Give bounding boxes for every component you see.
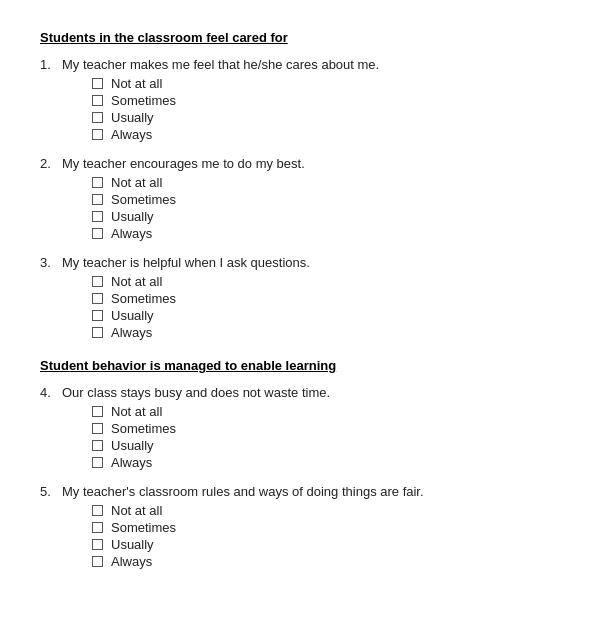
section-1: Students in the classroom feel cared for… (40, 30, 560, 340)
question-item: 5.My teacher's classroom rules and ways … (40, 484, 560, 569)
option-label: Usually (111, 438, 154, 453)
option-item: Sometimes (92, 520, 560, 535)
question-number: 5. (40, 484, 62, 499)
checkbox-icon[interactable] (92, 406, 103, 417)
checkbox-icon[interactable] (92, 228, 103, 239)
option-label: Usually (111, 537, 154, 552)
checkbox-icon[interactable] (92, 440, 103, 451)
option-label: Always (111, 226, 152, 241)
option-item: Usually (92, 438, 560, 453)
question-number: 3. (40, 255, 62, 270)
checkbox-icon[interactable] (92, 78, 103, 89)
question-text: My teacher encourages me to do my best. (62, 156, 305, 171)
option-label: Usually (111, 209, 154, 224)
checkbox-icon[interactable] (92, 457, 103, 468)
option-label: Always (111, 554, 152, 569)
checkbox-icon[interactable] (92, 327, 103, 338)
checkbox-icon[interactable] (92, 112, 103, 123)
option-item: Not at all (92, 404, 560, 419)
survey-container: Students in the classroom feel cared for… (40, 30, 560, 569)
option-item: Usually (92, 308, 560, 323)
checkbox-icon[interactable] (92, 129, 103, 140)
option-item: Sometimes (92, 192, 560, 207)
question-number: 4. (40, 385, 62, 400)
option-item: Always (92, 554, 560, 569)
option-item: Usually (92, 537, 560, 552)
option-item: Sometimes (92, 421, 560, 436)
option-item: Not at all (92, 503, 560, 518)
option-item: Always (92, 226, 560, 241)
option-item: Not at all (92, 175, 560, 190)
checkbox-icon[interactable] (92, 539, 103, 550)
questions-list-2: 4.Our class stays busy and does not wast… (40, 385, 560, 569)
question-text: My teacher is helpful when I ask questio… (62, 255, 310, 270)
option-item: Always (92, 455, 560, 470)
section-title-1: Students in the classroom feel cared for (40, 30, 560, 45)
checkbox-icon[interactable] (92, 293, 103, 304)
option-label: Sometimes (111, 291, 176, 306)
options-list: Not at allSometimesUsuallyAlways (92, 175, 560, 241)
question-text: My teacher makes me feel that he/she car… (62, 57, 379, 72)
question-text: Our class stays busy and does not waste … (62, 385, 330, 400)
option-item: Not at all (92, 76, 560, 91)
options-list: Not at allSometimesUsuallyAlways (92, 76, 560, 142)
option-item: Usually (92, 209, 560, 224)
option-label: Always (111, 325, 152, 340)
question-item: 1.My teacher makes me feel that he/she c… (40, 57, 560, 142)
option-label: Sometimes (111, 93, 176, 108)
questions-list-1: 1.My teacher makes me feel that he/she c… (40, 57, 560, 340)
section-2: Student behavior is managed to enable le… (40, 358, 560, 569)
option-item: Not at all (92, 274, 560, 289)
option-label: Not at all (111, 175, 162, 190)
option-item: Sometimes (92, 291, 560, 306)
options-list: Not at allSometimesUsuallyAlways (92, 503, 560, 569)
question-number: 2. (40, 156, 62, 171)
option-label: Not at all (111, 76, 162, 91)
checkbox-icon[interactable] (92, 95, 103, 106)
option-label: Not at all (111, 503, 162, 518)
question-text: My teacher's classroom rules and ways of… (62, 484, 424, 499)
option-label: Not at all (111, 404, 162, 419)
checkbox-icon[interactable] (92, 276, 103, 287)
option-label: Usually (111, 110, 154, 125)
option-item: Usually (92, 110, 560, 125)
question-item: 2.My teacher encourages me to do my best… (40, 156, 560, 241)
options-list: Not at allSometimesUsuallyAlways (92, 404, 560, 470)
option-label: Sometimes (111, 421, 176, 436)
option-label: Sometimes (111, 520, 176, 535)
checkbox-icon[interactable] (92, 194, 103, 205)
checkbox-icon[interactable] (92, 522, 103, 533)
checkbox-icon[interactable] (92, 211, 103, 222)
option-label: Usually (111, 308, 154, 323)
checkbox-icon[interactable] (92, 177, 103, 188)
option-label: Not at all (111, 274, 162, 289)
checkbox-icon[interactable] (92, 556, 103, 567)
question-number: 1. (40, 57, 62, 72)
options-list: Not at allSometimesUsuallyAlways (92, 274, 560, 340)
question-item: 4.Our class stays busy and does not wast… (40, 385, 560, 470)
checkbox-icon[interactable] (92, 423, 103, 434)
option-item: Sometimes (92, 93, 560, 108)
checkbox-icon[interactable] (92, 310, 103, 321)
option-label: Always (111, 455, 152, 470)
section-title-2: Student behavior is managed to enable le… (40, 358, 560, 373)
question-item: 3.My teacher is helpful when I ask quest… (40, 255, 560, 340)
option-item: Always (92, 127, 560, 142)
option-label: Sometimes (111, 192, 176, 207)
checkbox-icon[interactable] (92, 505, 103, 516)
option-label: Always (111, 127, 152, 142)
option-item: Always (92, 325, 560, 340)
